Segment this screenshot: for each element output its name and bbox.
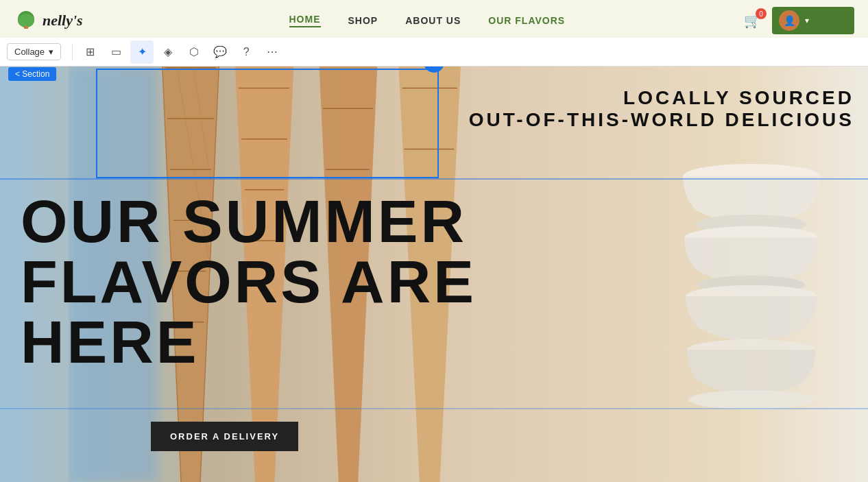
- comment-btn[interactable]: 💬: [208, 40, 232, 64]
- ai-btn[interactable]: ✦: [130, 40, 154, 64]
- nav-right: 🛒 0 👤 ▾: [744, 7, 854, 34]
- svg-rect-2: [24, 26, 28, 29]
- chevron-down-icon: ▾: [805, 16, 809, 25]
- crop-btn[interactable]: ⬡: [182, 40, 206, 64]
- toolbar-separator-1: [72, 44, 73, 60]
- collage-chevron-icon: ▾: [49, 47, 53, 57]
- layout-grid-btn[interactable]: ⊞: [78, 40, 101, 64]
- user-avatar[interactable]: 👤 ▾: [772, 7, 854, 34]
- svg-point-34: [688, 390, 815, 409]
- nav-link-shop[interactable]: SHOP: [348, 15, 378, 26]
- logo-text: nelly's: [43, 12, 83, 29]
- logo-icon: [14, 8, 38, 33]
- hero-heading-line2: FLAVORS ARE: [21, 248, 477, 315]
- hero-tagline-line1: LOCALLY SOURCED: [469, 87, 854, 109]
- section-divider-bottom: [0, 408, 868, 409]
- nav-link-about[interactable]: ABOUT US: [405, 15, 461, 26]
- collage-label: Collage: [14, 47, 45, 57]
- hero-tagline-line2: OUT-OF-THIS-WORLD DELICIOUS: [469, 109, 854, 131]
- layout-single-btn[interactable]: ▭: [104, 40, 128, 64]
- svg-point-1: [18, 14, 34, 27]
- navbar: nelly's HOME SHOP ABOUT US OUR FLAVORS 🛒…: [0, 0, 868, 41]
- hero-main-heading: OUR SUMMER FLAVORS ARE HERE: [21, 191, 477, 372]
- hero-top-right-text: LOCALLY SOURCED OUT-OF-THIS-WORLD DELICI…: [469, 87, 854, 131]
- help-btn[interactable]: ?: [234, 40, 258, 64]
- order-delivery-button[interactable]: ORDER A DELIVERY: [151, 422, 298, 451]
- hero-heading-line1: OUR SUMMER: [21, 187, 467, 255]
- hero-section: LOCALLY SOURCED OUT-OF-THIS-WORLD DELICI…: [0, 67, 868, 482]
- hero-heading-line3: HERE: [21, 308, 200, 376]
- selection-box: [96, 69, 439, 178]
- cups-visual: [628, 135, 868, 482]
- nav-links: HOME SHOP ABOUT US OUR FLAVORS: [110, 14, 744, 27]
- collage-dropdown[interactable]: Collage ▾: [7, 43, 61, 60]
- hero-heading-text: OUR SUMMER FLAVORS ARE HERE: [21, 191, 477, 372]
- section-divider-top: [0, 178, 868, 180]
- more-btn[interactable]: ⋯: [261, 40, 284, 64]
- avatar-image: 👤: [779, 10, 799, 31]
- cart-badge: 0: [756, 8, 767, 19]
- cart-icon[interactable]: 🛒 0: [744, 12, 761, 29]
- toolbar: Collage ▾ ⊞ ▭ ✦ ◈ ⬡ 💬 ? ⋯: [0, 38, 868, 67]
- nav-link-home[interactable]: HOME: [289, 14, 321, 27]
- nav-link-flavors[interactable]: OUR FLAVORS: [488, 15, 565, 26]
- layers-btn[interactable]: ◈: [156, 40, 180, 64]
- logo-area[interactable]: nelly's: [14, 8, 83, 33]
- section-label[interactable]: Section: [8, 67, 56, 81]
